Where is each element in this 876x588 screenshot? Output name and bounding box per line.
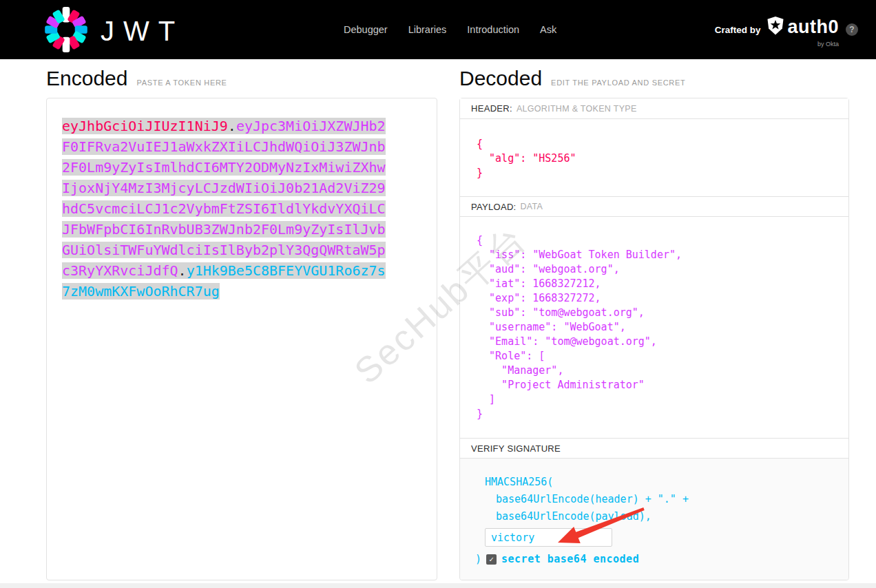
signature-code-line: base64UrlEncode(header) + "." + — [496, 491, 848, 508]
nav-item-ask[interactable]: Ask — [540, 24, 556, 35]
decoded-subtitle: EDIT THE PAYLOAD AND SECRET — [551, 78, 685, 87]
token-header-part: eyJhbGciOiJIUzI1NiJ9 — [62, 118, 228, 134]
by-okta-label: by Okta — [817, 41, 839, 48]
encoded-subtitle: PASTE A TOKEN HERE — [136, 78, 227, 87]
crafted-by-label: Crafted by — [715, 25, 761, 35]
decoded-title: Decoded — [459, 67, 542, 90]
signature-code-line: HMACSHA256( — [485, 474, 848, 491]
base64-encoded-checkbox[interactable]: ✓ — [486, 554, 497, 565]
token-separator-dot: . — [178, 262, 187, 279]
token-payload-part: eyJpc3MiOiJXZWJHb2F0IFRva2VuIEJ1aWxkZXIi… — [62, 118, 386, 279]
top-navbar: JWT Debugger Libraries Introduction Ask … — [0, 0, 876, 59]
secret-input[interactable] — [485, 528, 612, 547]
crafted-by-block: Crafted by auth0 by Okta ? — [715, 0, 858, 59]
auth0-logo-text: auth0 — [787, 18, 839, 36]
nav-menu: Debugger Libraries Introduction Ask — [344, 0, 556, 59]
encoded-heading: Encoded PASTE A TOKEN HERE — [46, 59, 227, 98]
header-section-sublabel: ALGORITHM & TOKEN TYPE — [517, 104, 637, 114]
signature-close-row: ) ✓ secret base64 encoded — [475, 553, 848, 565]
auth0-logo[interactable]: auth0 by Okta — [767, 17, 839, 43]
decoded-panel: HEADER: ALGORITHM & TOKEN TYPE { "alg": … — [459, 98, 849, 580]
encoded-title: Encoded — [46, 67, 127, 90]
auth0-shield-icon — [767, 17, 784, 38]
signature-close-paren: ) — [475, 553, 481, 565]
signature-code-line: base64UrlEncode(payload), — [496, 508, 848, 525]
decoded-header-json[interactable]: { "alg": "HS256" } — [460, 119, 848, 196]
nav-item-introduction[interactable]: Introduction — [467, 24, 519, 35]
jwt-token-text[interactable]: eyJhbGciOiJIUzI1NiJ9.eyJpc3MiOiJXZWJHb2F… — [62, 116, 387, 302]
header-section-label: HEADER: — [471, 103, 512, 114]
jwt-logo-text: JWT — [101, 17, 184, 45]
base64-encoded-checkbox-label[interactable]: secret base64 encoded — [501, 553, 639, 565]
jwt-pinwheel-icon — [43, 6, 90, 56]
decoded-payload-json[interactable]: { "iss": "WebGoat Token Builder", "aud":… — [460, 217, 848, 438]
encoded-token-editor[interactable]: eyJhbGciOiJIUzI1NiJ9.eyJpc3MiOiJXZWJHb2F… — [46, 98, 437, 580]
payload-section-label: PAYLOAD: — [471, 202, 517, 212]
nav-item-debugger[interactable]: Debugger — [344, 24, 388, 35]
nav-item-libraries[interactable]: Libraries — [408, 24, 447, 35]
payload-section-sublabel: DATA — [521, 202, 543, 211]
token-separator-dot: . — [228, 118, 236, 134]
help-icon[interactable]: ? — [846, 23, 858, 36]
signature-section-label: VERIFY SIGNATURE — [471, 443, 561, 454]
payload-section-bar: PAYLOAD: DATA — [460, 196, 848, 217]
signature-section-bar: VERIFY SIGNATURE — [460, 438, 848, 459]
decoded-heading: Decoded EDIT THE PAYLOAD AND SECRET — [459, 59, 685, 98]
verify-signature-area: HMACSHA256( base64UrlEncode(header) + ".… — [460, 459, 848, 580]
jwt-logo[interactable]: JWT — [43, 6, 184, 56]
footer-strip — [0, 583, 876, 588]
header-section-bar: HEADER: ALGORITHM & TOKEN TYPE — [460, 98, 848, 119]
